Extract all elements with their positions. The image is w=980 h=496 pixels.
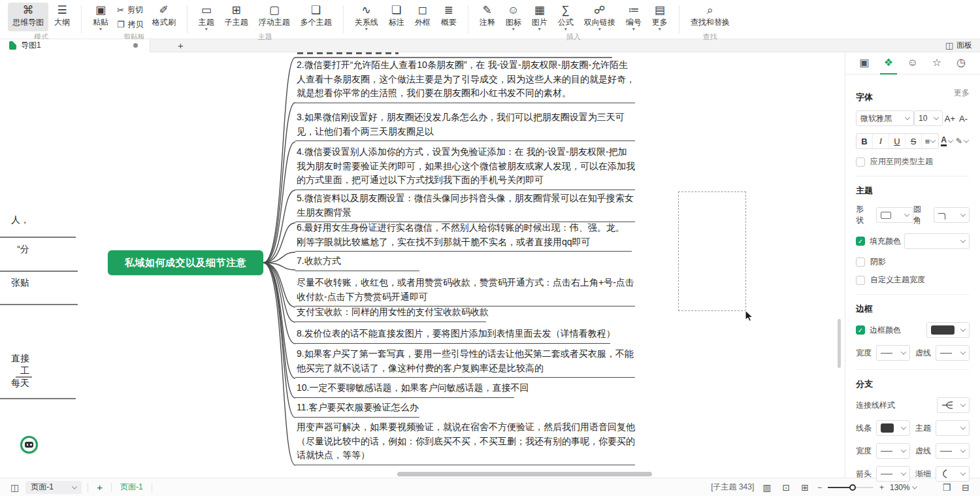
italic-button[interactable]: I [873, 134, 889, 148]
toolbar-button-paste[interactable]: ▣粘贴▾ [88, 3, 113, 31]
border-dash-select[interactable] [936, 345, 970, 361]
toolbar-button-outline[interactable]: ☰大纲▾ [50, 3, 74, 31]
tab-history-icon[interactable]: ◷ [951, 52, 971, 74]
toolbar-button-formula[interactable]: ∑公式▾ [553, 3, 578, 31]
toolbar-button-topic[interactable]: ▭主题▾ [194, 3, 219, 31]
font-more-link[interactable]: 更多 [954, 88, 970, 99]
tab-style-icon[interactable]: ❖ [879, 52, 898, 74]
tab-favorite-icon[interactable]: ☆ [927, 52, 947, 74]
toolbar-button-boundary[interactable]: ◻外框▾ [410, 3, 435, 31]
branch-topic[interactable]: 4.微信要设置别人添加你的方式，设置为免验证添加：在 我的-设置-朋友权限-把加… [295, 145, 635, 190]
branch-line-color-select[interactable] [876, 420, 910, 436]
zoom-in-button[interactable]: + [879, 483, 884, 492]
zoom-level-select[interactable]: 130% [890, 483, 917, 492]
branch-topic[interactable]: 尽量不收转账，收红包，或者用赞赏码收款，赞赏码开通方式：点击右上角+号-点击收付… [295, 276, 635, 306]
fill-color-checkbox[interactable]: ✓ [856, 237, 865, 246]
align-button[interactable]: ≡ [922, 134, 938, 148]
branch-topic[interactable]: 8.发价位表的话不能直接发图片，要将图片添加到表情里面去发（详情看教程） [295, 327, 610, 344]
pages-icon[interactable]: ◫ [8, 482, 22, 493]
branch-topic[interactable]: 3.如果微信刚设置好，朋友圈还没发几条怎么办，我们可以把朋友圈设置为三天可见，让… [295, 110, 635, 141]
bold-button[interactable]: B [857, 134, 873, 148]
horizontal-scrollbar[interactable] [397, 472, 652, 476]
highlight-pen-button[interactable]: ✎ [955, 133, 970, 149]
page-tab-active[interactable]: 页面-1 [118, 482, 146, 493]
clipped-left-topic[interactable]: “分 [0, 243, 29, 256]
tab-map1[interactable]: 导图1 [0, 39, 150, 52]
layout-columns-icon[interactable]: ▥ [760, 482, 774, 493]
panel-toggle-button[interactable]: ◫ 面板 [945, 40, 980, 51]
root-topic[interactable]: 私域如何成交以及细节注意 [108, 250, 263, 275]
shadow-checkbox[interactable] [856, 257, 865, 267]
chevron-down-icon [960, 447, 966, 452]
font-color-button[interactable]: A [939, 133, 954, 149]
toolbar-button-more[interactable]: ▤更多▾ [647, 3, 672, 31]
apply-same-type-checkbox[interactable] [856, 157, 865, 167]
branch-topic-select[interactable] [936, 420, 970, 436]
shape-select[interactable] [876, 207, 913, 223]
font-size-select[interactable]: 10 [914, 110, 943, 126]
toolbar-button-floating-topic[interactable]: ▢浮动主题▾ [254, 3, 295, 31]
branch-topic[interactable]: 用变声器可解决，如果要视频验证，就说在宿舍不方便验证，然后我们用语音回复他（尽量… [295, 420, 635, 465]
border-section: 边框 ✓ 边框颜色 宽度 虚线 [845, 303, 980, 370]
center-map-icon[interactable]: ⊞ [798, 482, 811, 493]
connector-style-select[interactable] [937, 397, 970, 413]
clipped-left-topic[interactable]: 直接工每天 [0, 352, 29, 389]
font-increase-button[interactable]: A+ [943, 114, 957, 124]
toolbar-button-cut[interactable]: ✂剪切 [114, 4, 146, 16]
border-color-select[interactable] [926, 322, 970, 338]
add-page-button[interactable]: + [94, 482, 105, 493]
underline-button[interactable]: U [889, 134, 906, 148]
vertical-scrollbar[interactable] [838, 319, 841, 368]
toolbar-button-note[interactable]: ✎注释▾ [475, 3, 500, 31]
toolbar-button-image[interactable]: ▦图片▾ [527, 3, 552, 31]
arrow-select[interactable] [876, 466, 910, 482]
page-select[interactable]: 页面-1 [25, 481, 82, 494]
tab-canvas-icon[interactable]: ▣ [855, 52, 874, 74]
new-tab-button[interactable]: + [174, 39, 188, 52]
toolbar-button-find-replace[interactable]: ⌕查找和替换▾ [686, 3, 734, 31]
toolbar-button-relation[interactable]: ∿关系线▾ [350, 3, 383, 31]
border-width-select[interactable] [876, 345, 910, 361]
strikethrough-button[interactable]: S [906, 134, 922, 148]
fit-window-icon[interactable]: ⊡ [780, 482, 793, 493]
border-color-checkbox[interactable]: ✓ [856, 325, 865, 335]
mindmap-canvas[interactable]: 私域如何成交以及细节注意 2.微信要打开“允许陌生人查看10条朋友圈”，在 我-… [0, 52, 845, 478]
caret-down-icon: ▾ [538, 27, 541, 31]
branch-topic[interactable]: 5.微信资料以及朋友圈设置：微信头像同步抖音头像，朋友圈背景可以在知乎搜索女生朋… [295, 191, 635, 222]
zoom-slider[interactable] [828, 487, 874, 488]
branch-topic[interactable]: 支付宝收款：同样的用女性的支付宝收款码收款 [295, 305, 486, 322]
toolbar-button-callout[interactable]: ❏标注▾ [384, 3, 409, 31]
toolbar-button-icon[interactable]: ☺图标▾ [501, 3, 526, 31]
font-decrease-button[interactable]: A- [957, 114, 970, 124]
toolbar-button-summary[interactable]: ≣概要▾ [436, 3, 461, 31]
clipped-left-topic[interactable]: 张贴 [0, 276, 29, 289]
branch-topic[interactable]: 10.一定不要聊敏感话题，如果客户问敏感话题，直接不回 [295, 381, 514, 398]
taper-select[interactable] [936, 466, 970, 482]
toolbar-button-format-painter[interactable]: ✐格式刷▾ [148, 3, 180, 31]
toolbar-button-copy[interactable]: ❐拷贝 [114, 18, 146, 31]
font-family-select[interactable]: 微软雅黑 [856, 110, 914, 126]
zoom-slider-knob[interactable] [849, 484, 856, 491]
collapse-panel-icon[interactable]: ⊟ [959, 482, 972, 493]
fullscreen-icon[interactable]: ❒ [940, 482, 954, 493]
branch-topic[interactable]: 9.如果客户买了第一套写真，要用一些引导性的话去让他买第二套或者买衣服，不能他买… [295, 347, 635, 378]
branch-dash-select[interactable] [936, 443, 970, 459]
branch-topic[interactable]: 11.客户要买衣服要验证怎么办 [295, 401, 419, 418]
toolbar-button-mindmap[interactable]: ⌘思维导图▾ [8, 3, 48, 31]
toolbar-button-bilink[interactable]: ☍双向链接▾ [580, 3, 620, 31]
custom-width-checkbox[interactable] [856, 276, 865, 285]
ai-assistant-button[interactable] [20, 436, 38, 454]
tab-sticker-icon[interactable]: ☺ [903, 52, 923, 74]
caret-down-icon: ▾ [205, 27, 208, 31]
toolbar-button-multi-topic[interactable]: ❑多个主题▾ [296, 3, 336, 31]
branch-topic[interactable]: 6.最好用女生身份证进行实名微信，不然别人给你转账的时候出现：伟、强。龙。刚等字… [295, 221, 632, 252]
branch-topic[interactable]: 2.微信要打开“允许陌生人查看10条朋友圈”，在 我-设置-朋友权限-朋友圈-允… [295, 58, 635, 103]
fill-color-select[interactable] [904, 233, 970, 249]
branch-width-select[interactable] [876, 443, 910, 459]
branch-topic[interactable]: 7.收款方式 [295, 254, 419, 271]
toolbar-button-numbering[interactable]: ≔编号▾ [621, 3, 646, 31]
zoom-out-button[interactable]: − [817, 483, 822, 492]
clipped-left-topic[interactable]: 人， [0, 214, 29, 226]
corner-select[interactable] [934, 207, 970, 223]
toolbar-button-subtopic[interactable]: ⊞子主题▾ [220, 3, 253, 31]
